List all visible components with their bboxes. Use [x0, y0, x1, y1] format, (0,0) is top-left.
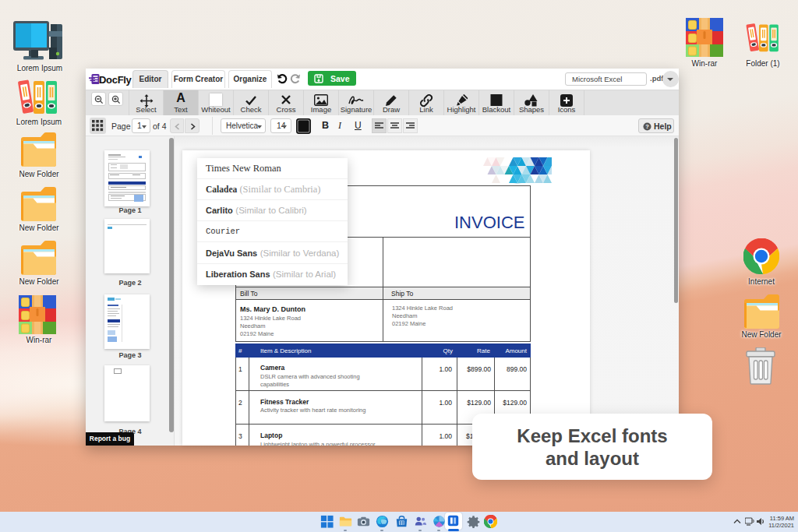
svg-text:?: ?	[645, 123, 649, 130]
